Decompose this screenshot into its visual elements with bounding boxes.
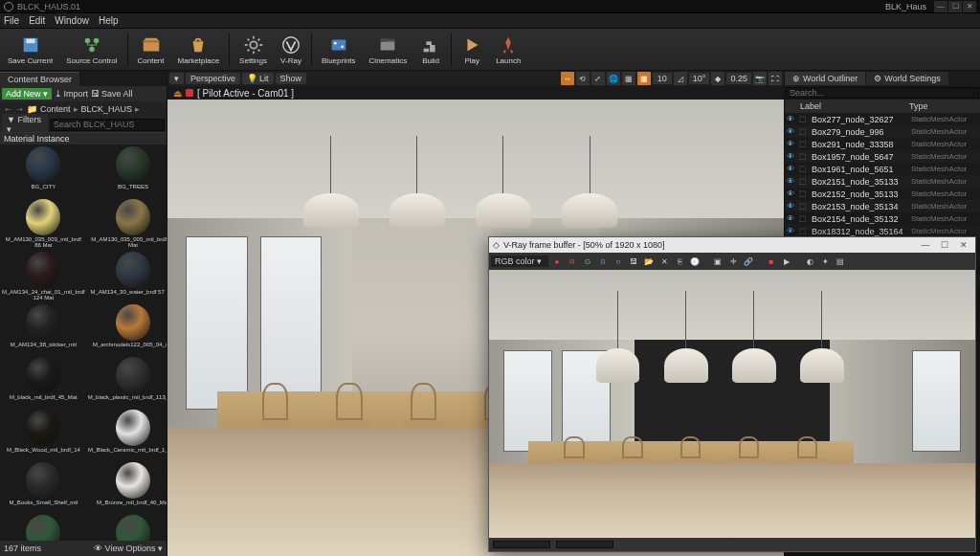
render-last-icon[interactable]: ▶ <box>780 255 793 268</box>
mono-icon[interactable]: ○ <box>612 255 625 268</box>
material-thumbnail[interactable]: M_AM130_035_003_mtl_brdf 86 Mat <box>1 198 86 250</box>
stop-pilot-icon[interactable] <box>186 89 193 97</box>
visibility-icon[interactable]: 👁 <box>787 115 796 123</box>
content-browser-tab[interactable]: Content Browser <box>0 72 79 86</box>
maximize-button[interactable]: ☐ <box>948 1 962 12</box>
outliner-row[interactable]: 👁⬚Box1961_node_5651StaticMeshActor <box>785 163 980 175</box>
menu-file[interactable]: File <box>4 15 19 26</box>
region-render-icon[interactable]: ▣ <box>711 255 724 268</box>
outliner-row[interactable]: 👁⬚Box2151_node_35133StaticMeshActor <box>785 175 980 188</box>
material-thumbnail[interactable]: BG_TREES <box>87 145 167 197</box>
menu-edit[interactable]: Edit <box>29 15 45 26</box>
visibility-icon[interactable]: 👁 <box>787 189 796 198</box>
vfb-maximize-button[interactable]: ☐ <box>937 239 952 251</box>
outliner-search-input[interactable] <box>786 87 979 99</box>
transform-scale-icon[interactable]: ⤢ <box>591 72 605 85</box>
visibility-icon[interactable]: 👁 <box>787 165 796 173</box>
material-thumbnail[interactable]: M_Black_Wood_mtl_brdf_14 <box>1 409 86 460</box>
back-icon[interactable]: ← <box>4 104 12 114</box>
content-button[interactable]: Content <box>132 30 170 70</box>
outliner-row[interactable]: 👁⬚Box291_node_33358StaticMeshActor <box>785 138 980 150</box>
launch-button[interactable]: Launch <box>490 30 526 70</box>
material-thumbnail[interactable]: M_AM130_035_005_mtl_brdf 67 Mat <box>87 198 167 250</box>
material-thumbnail[interactable]: M_AM134_24_chai_01_mtl_brdf 124 Mat <box>1 251 86 302</box>
material-thumbnail[interactable]: M_Bronze_mtl_brdf_40_Mat <box>87 461 167 513</box>
grid-snap-value[interactable]: 10 <box>653 73 672 84</box>
material-thumbnail[interactable]: M_Books_Small_Shelf_mtl <box>1 461 86 513</box>
build-button[interactable]: Build <box>414 30 447 70</box>
add-new-button[interactable]: Add New ▾ <box>2 88 52 100</box>
material-thumbnail[interactable]: M_black_plastic_mtl_brdf_113_Mat <box>87 356 167 408</box>
angle-snap-value[interactable]: 10° <box>689 73 710 84</box>
settings-button[interactable]: Settings <box>234 30 273 70</box>
vfb-titlebar[interactable]: ◇ V-Ray frame buffer - [50% of 1920 x 10… <box>489 237 975 253</box>
viewport-menu-button[interactable]: ▾ <box>169 73 184 84</box>
material-thumbnail[interactable] <box>87 514 167 541</box>
eject-icon[interactable]: ⏏ <box>173 88 182 99</box>
rgb-toggle-icon[interactable]: ● <box>550 255 564 268</box>
history-icon[interactable]: 🕘 <box>688 255 702 268</box>
visibility-icon[interactable]: 👁 <box>787 140 796 148</box>
material-thumbnail[interactable]: M_archmodels122_005_04_mtl <box>87 303 167 355</box>
scale-snap-icon[interactable]: ◆ <box>711 72 724 85</box>
surface-snap-icon[interactable]: ▦ <box>622 72 635 85</box>
coord-toggle-icon[interactable]: 🌐 <box>607 72 620 85</box>
menu-window[interactable]: Window <box>55 15 89 26</box>
perspective-button[interactable]: Perspective <box>186 73 240 84</box>
lens-effects-icon[interactable]: ✦ <box>818 255 832 268</box>
visibility-icon[interactable]: 👁 <box>787 177 796 186</box>
material-thumbnail[interactable]: M_Black_Ceramic_mtl_brdf_1_Mat <box>87 409 167 460</box>
search-input[interactable] <box>50 119 165 131</box>
transform-rotate-icon[interactable]: ⟲ <box>576 72 590 85</box>
cinematics-button[interactable]: Cinematics <box>364 30 413 70</box>
vfb-render-view[interactable] <box>489 270 975 538</box>
menu-help[interactable]: Help <box>99 15 119 26</box>
outliner-row[interactable]: 👁⬚Box2153_node_35134StaticMeshActor <box>785 200 980 212</box>
world-outliner-tab[interactable]: ⊕World Outliner <box>785 72 865 85</box>
transform-move-icon[interactable]: ↔ <box>561 72 574 85</box>
outliner-row[interactable]: 👁⬚Box279_node_996StaticMeshActor <box>785 125 980 138</box>
outliner-row[interactable]: 👁⬚Box1957_node_5647StaticMeshActor <box>785 150 980 163</box>
load-image-icon[interactable]: 📂 <box>642 255 656 268</box>
marketplace-button[interactable]: Marketplace <box>172 30 226 70</box>
save-current-button[interactable]: Save Current <box>2 30 58 70</box>
vray-button[interactable]: V-Ray <box>275 30 307 70</box>
save-image-icon[interactable]: 🖫 <box>627 255 640 268</box>
material-thumbnail[interactable]: M_AM134_30_water_brdf 57 Mat <box>87 251 167 302</box>
play-button[interactable]: Play <box>456 30 488 70</box>
type-column[interactable]: Type <box>909 101 976 111</box>
vfb-minimize-button[interactable]: — <box>918 239 933 251</box>
grid-snap-icon[interactable]: ▦ <box>637 72 651 85</box>
link-pdplayer-icon[interactable]: 🔗 <box>742 255 755 268</box>
close-button[interactable]: ✕ <box>963 1 976 12</box>
angle-snap-icon[interactable]: ◿ <box>674 72 687 85</box>
material-thumbnail[interactable]: BG_CITY <box>1 145 86 197</box>
copy-icon[interactable]: ⎘ <box>673 255 686 268</box>
show-cc-icon[interactable]: ▤ <box>834 255 847 268</box>
channel-select[interactable]: RGB color ▾ <box>491 256 548 267</box>
lit-button[interactable]: 💡Lit <box>242 73 274 84</box>
vfb-close-button[interactable]: ✕ <box>956 239 971 251</box>
forward-icon[interactable]: → <box>15 104 24 114</box>
view-options-button[interactable]: 👁 View Options ▾ <box>94 544 163 553</box>
scale-snap-value[interactable]: 0.25 <box>726 73 751 84</box>
clear-icon[interactable]: ✕ <box>657 255 671 268</box>
blue-channel-icon[interactable]: B <box>596 255 610 268</box>
outliner-row[interactable]: 👁⬚Box2152_node_35133StaticMeshActor <box>785 188 980 200</box>
world-settings-tab[interactable]: ⚙World Settings <box>866 72 947 85</box>
visibility-icon[interactable]: 👁 <box>787 227 796 235</box>
camera-speed-icon[interactable]: 📷 <box>753 72 767 85</box>
label-column[interactable]: Label <box>800 101 909 111</box>
material-thumbnail[interactable]: M_black_mtl_brdf_45_Mat <box>1 356 86 408</box>
blueprints-button[interactable]: Blueprints <box>316 30 362 70</box>
minimize-button[interactable]: — <box>934 1 947 12</box>
visibility-icon[interactable]: 👁 <box>787 214 796 223</box>
save-all-button[interactable]: 🖫 Save All <box>91 89 133 99</box>
color-corrections-icon[interactable]: ◐ <box>803 255 816 268</box>
track-mouse-icon[interactable]: ✛ <box>726 255 740 268</box>
stop-render-icon[interactable]: ■ <box>765 255 778 268</box>
visibility-icon[interactable]: 👁 <box>787 127 796 136</box>
maximize-viewport-icon[interactable]: ⛶ <box>768 72 782 85</box>
import-button[interactable]: ⤓ Import <box>55 89 89 99</box>
show-button[interactable]: Show <box>276 73 307 84</box>
